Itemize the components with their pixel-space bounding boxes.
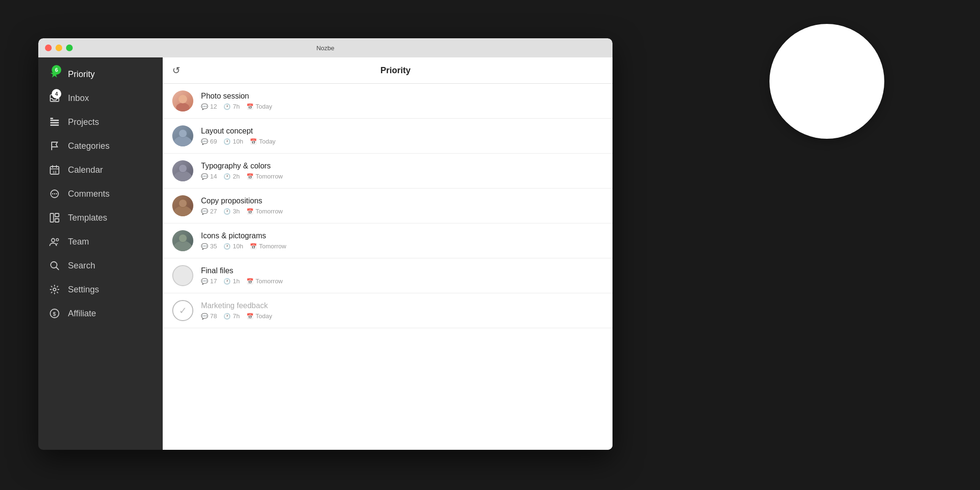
calendar-small-icon: 📅: [246, 278, 254, 285]
task-meta: 💬 12 🕐 7h 📅 Today: [201, 103, 603, 110]
comment-count: 💬 12: [201, 103, 217, 110]
sidebar-label-templates: Templates: [68, 213, 107, 223]
sidebar-label-calendar: Calendar: [68, 165, 103, 175]
task-title: Final files: [201, 267, 603, 275]
close-button[interactable]: [45, 45, 52, 51]
svg-text:$: $: [53, 311, 56, 317]
svg-point-10: [56, 193, 57, 195]
apple-logo-overlay: [769, 24, 884, 139]
svg-rect-3: [50, 124, 59, 126]
sidebar-label-comments: Comments: [68, 189, 110, 199]
table-row[interactable]: Copy propositions 💬 27 🕐 3h 📅: [163, 189, 612, 223]
clock-icon: 🕐: [223, 278, 231, 285]
calendar-icon: 13: [48, 163, 61, 177]
task-meta: 💬 14 🕐 2h 📅 Tomorrow: [201, 173, 603, 180]
table-row[interactable]: Photo session 💬 12 🕐 7h 📅: [163, 84, 612, 119]
avatar: [172, 230, 193, 251]
calendar-small-icon: 📅: [246, 173, 254, 180]
due-date: 📅 Tomorrow: [246, 278, 283, 285]
calendar-small-icon: 📅: [246, 313, 254, 320]
main-content: ↺ Priority Photo session: [163, 57, 612, 450]
avatar: [172, 125, 193, 146]
task-title: Copy propositions: [201, 197, 603, 205]
window-title: Nozbe: [316, 45, 334, 52]
time-estimate: 🕐 10h: [223, 243, 243, 250]
comment-count: 💬 17: [201, 278, 217, 285]
clock-icon: 🕐: [223, 243, 231, 250]
main-title: Priority: [188, 66, 603, 76]
clock-icon: 🕐: [223, 103, 231, 110]
svg-rect-4: [50, 118, 53, 119]
due-date: 📅 Tomorrow: [246, 208, 283, 215]
clock-icon: 🕐: [223, 138, 231, 145]
clock-icon: 🕐: [223, 313, 231, 320]
main-header: ↺ Priority: [163, 57, 612, 84]
sidebar: 6 ★ Priority 4 Inbox: [38, 57, 163, 450]
table-row[interactable]: Layout concept 💬 69 🕐 10h 📅: [163, 119, 612, 154]
task-title: Typography & colors: [201, 162, 603, 170]
due-date: 📅 Today: [246, 103, 272, 110]
sidebar-item-projects[interactable]: Projects: [38, 110, 163, 134]
calendar-small-icon: 📅: [250, 243, 257, 250]
avatar: [172, 265, 193, 286]
avatar: [172, 90, 193, 111]
sidebar-label-settings: Settings: [68, 285, 99, 295]
due-date: 📅 Today: [250, 138, 276, 145]
sidebar-item-calendar[interactable]: 13 Calendar: [38, 158, 163, 182]
checkmark-icon: ✓: [179, 305, 187, 316]
sidebar-label-search: Search: [68, 261, 95, 271]
due-date: 📅 Tomorrow: [246, 173, 283, 180]
app-body: 6 ★ Priority 4 Inbox: [38, 57, 612, 450]
sidebar-item-comments[interactable]: Comments: [38, 182, 163, 206]
svg-point-34: [179, 234, 187, 242]
comment-count: 💬 35: [201, 243, 217, 250]
sidebar-item-search[interactable]: Search: [38, 254, 163, 278]
svg-point-25: [179, 130, 187, 137]
task-meta: 💬 27 🕐 3h 📅 Tomorrow: [201, 208, 603, 215]
svg-point-14: [52, 239, 55, 242]
table-row[interactable]: Final files 💬 17 🕐 1h 📅: [163, 258, 612, 293]
sidebar-item-priority[interactable]: 6 ★ Priority: [38, 62, 163, 86]
task-title: Icons & pictograms: [201, 232, 603, 240]
sidebar-item-affiliate[interactable]: $ Affiliate: [38, 301, 163, 325]
svg-rect-2: [50, 122, 59, 123]
task-meta: 💬 17 🕐 1h 📅 Tomorrow: [201, 278, 603, 285]
maximize-button[interactable]: [66, 45, 73, 51]
sidebar-label-priority: Priority: [68, 69, 95, 79]
task-info: Layout concept 💬 69 🕐 10h 📅: [201, 127, 603, 145]
task-title: Marketing feedback: [201, 301, 603, 310]
calendar-small-icon: 📅: [250, 138, 257, 145]
table-row[interactable]: Typography & colors 💬 14 🕐 2h: [163, 154, 612, 189]
sidebar-label-categories: Categories: [68, 141, 110, 151]
sidebar-item-team[interactable]: Team: [38, 230, 163, 254]
sidebar-label-team: Team: [68, 237, 89, 247]
comments-icon: [48, 187, 61, 200]
sidebar-label-affiliate: Affiliate: [68, 309, 96, 319]
time-estimate: 🕐 1h: [223, 278, 239, 285]
comment-icon: 💬: [201, 243, 208, 250]
sidebar-item-templates[interactable]: Templates: [38, 206, 163, 230]
due-date: 📅 Tomorrow: [250, 243, 286, 250]
task-info: Copy propositions 💬 27 🕐 3h 📅: [201, 197, 603, 215]
table-row[interactable]: Icons & pictograms 💬 35 🕐 10h: [163, 223, 612, 258]
refresh-button[interactable]: ↺: [172, 65, 180, 76]
task-title: Layout concept: [201, 127, 603, 135]
table-row[interactable]: ✓ Marketing feedback 💬 78 🕐 7h: [163, 293, 612, 328]
time-estimate: 🕐 7h: [223, 312, 239, 320]
sidebar-item-categories[interactable]: Categories: [38, 134, 163, 158]
svg-rect-11: [50, 213, 54, 222]
minimize-button[interactable]: [56, 45, 62, 51]
comment-icon: 💬: [201, 208, 208, 215]
projects-icon: [48, 115, 61, 129]
completion-checkbox[interactable]: ✓: [172, 300, 193, 321]
task-meta: 💬 78 🕐 7h 📅 Today: [201, 312, 603, 320]
sidebar-item-inbox[interactable]: 4 Inbox: [38, 86, 163, 110]
calendar-small-icon: 📅: [246, 208, 254, 215]
time-estimate: 🕐 10h: [223, 138, 243, 145]
svg-point-9: [54, 193, 56, 195]
svg-point-8: [52, 193, 54, 195]
svg-point-22: [178, 95, 187, 103]
clock-icon: 🕐: [223, 208, 231, 215]
sidebar-item-settings[interactable]: Settings: [38, 278, 163, 301]
comment-icon: 💬: [201, 103, 208, 110]
